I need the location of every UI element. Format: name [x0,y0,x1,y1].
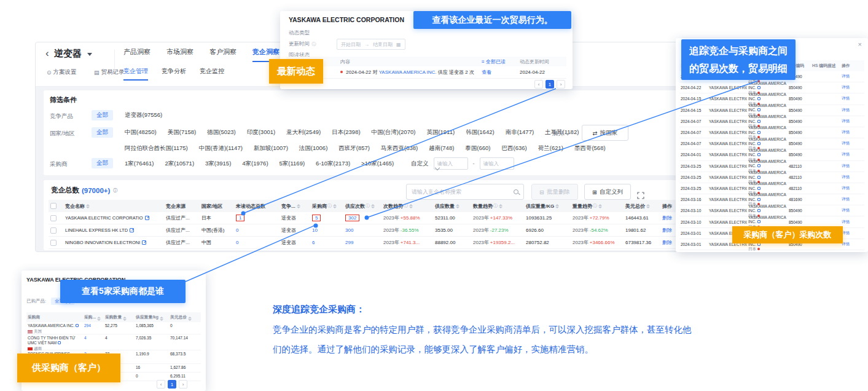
company-link[interactable]: YASKAWA AMERICA INC. [379,69,437,75]
buyer-max-input[interactable] [480,157,514,170]
sort-icon[interactable] [160,317,163,321]
company-link-icon[interactable] [130,228,134,232]
company-link-icon[interactable] [757,97,760,100]
prev-page-button[interactable]: ‹ [534,80,543,89]
select-all-checkbox[interactable] [50,203,57,209]
plan-settings-button[interactable]: ⊙方案设置 [47,68,77,76]
sort-icon[interactable] [499,204,502,208]
info-icon[interactable]: ⓘ [366,203,370,209]
detail-link[interactable]: 详情 [842,130,850,134]
detail-link[interactable]: 详情 [842,208,850,212]
sort-icon[interactable] [409,204,413,208]
nav-tab[interactable]: 客户洞察 [209,47,237,62]
filter-option[interactable]: 巴西(636) [502,144,527,152]
filter-option[interactable]: 2家(10571) [165,160,195,168]
delete-row-button[interactable]: 删除 [662,227,672,234]
filter-option[interactable]: 阿拉伯联合酋长国(1175) [125,144,188,152]
sort-icon[interactable] [555,204,559,208]
company-link-icon[interactable] [757,187,760,190]
detail-link[interactable]: 详情 [842,175,850,179]
filter-option[interactable]: 6-10家(2173) [316,160,350,168]
sort-icon[interactable] [456,204,459,208]
filter-option[interactable]: 5家(1169) [280,160,305,168]
by-country-button[interactable]: ⇄按国家 [582,125,628,141]
row-checkbox[interactable] [50,240,57,246]
detail-link[interactable]: 详情 [842,96,850,100]
detail-link[interactable]: 详情 [842,164,850,168]
detail-link[interactable]: 详情 [842,219,850,224]
filter-option[interactable]: 荷兰(621) [538,144,563,152]
detail-link[interactable]: 详情 [842,141,850,145]
info-icon[interactable]: ⓘ [404,203,408,209]
filter-option[interactable]: 英国(1911) [426,128,455,136]
filter-option[interactable]: 意大利(2549) [286,128,321,136]
page-number[interactable]: 1 [168,380,176,389]
metric-link[interactable]: 300 [345,227,353,233]
chevron-down-icon[interactable] [87,53,92,56]
detail-link[interactable]: 详情 [842,108,850,112]
filter-option[interactable]: 1家(76461) [125,160,154,168]
company-link-icon[interactable] [757,142,760,145]
filter-option[interactable]: 南非(1477) [506,128,534,136]
filter-option[interactable]: 逆变器(97556) [125,111,162,119]
sort-icon[interactable] [646,204,650,208]
filter-option[interactable]: 中国(48250) [125,128,157,136]
filter-option[interactable]: 泰国(660) [465,144,490,152]
nav-tab[interactable]: 产品洞察 [123,47,151,62]
search-icon[interactable] [514,189,518,194]
delete-row-button[interactable]: 删除 [662,215,672,221]
trade-records-button[interactable]: ▤贸易记录 [94,68,125,76]
company-link-icon[interactable] [757,209,760,212]
filter-option[interactable]: 3家(3915) [205,160,231,168]
filter-option[interactable]: 德国(5023) [207,128,235,136]
info-icon[interactable]: ⓘ [493,203,498,209]
company-link-icon[interactable] [757,220,760,223]
metric-link[interactable]: 0 [236,227,238,233]
filter-option[interactable]: 4家(1976) [242,160,268,168]
sort-icon[interactable] [123,317,127,321]
filter-product-all[interactable]: 全部 [92,110,113,120]
next-page-button[interactable]: › [179,380,187,389]
sub-tab[interactable]: 竞企监控 [200,67,224,81]
sort-icon[interactable] [371,204,375,208]
company-link-icon[interactable] [58,341,61,344]
company-link-icon[interactable] [757,176,760,179]
metric-link[interactable]: 10 [312,227,318,233]
metric-link[interactable]: 0 [236,240,238,245]
expand-toggle[interactable]: 展开 [552,130,569,138]
metric-link[interactable]: 6 [312,240,315,245]
detail-link[interactable]: 详情 [842,85,850,89]
company-link-icon[interactable] [757,131,760,134]
row-checkbox[interactable] [50,215,57,221]
company-link-icon[interactable] [142,240,146,245]
info-icon[interactable]: ⓘ [327,203,332,209]
detail-link[interactable]: 详情 [842,197,850,201]
company-link-icon[interactable] [757,198,760,201]
detail-link[interactable]: 详情 [842,74,850,78]
filter-option[interactable]: 日本(2398) [332,128,360,136]
search-input[interactable] [412,189,514,195]
company-link-icon[interactable] [76,324,79,327]
delete-row-button[interactable]: 删除 [662,239,672,246]
filter-option[interactable]: 中国(台湾)(2070) [372,128,416,136]
next-page-button[interactable]: › [557,80,565,89]
detail-link[interactable]: 详情 [842,186,850,190]
metric-link[interactable]: 302 [345,215,359,221]
filter-option[interactable]: 印度(3001) [247,128,275,136]
metric-link[interactable]: 299 [345,240,353,245]
info-icon[interactable]: ⓘ [113,188,117,194]
sort-icon[interactable] [97,317,101,321]
filter-option[interactable]: 韩国(1642) [466,128,494,136]
page-number[interactable]: 1 [545,80,554,89]
back-icon[interactable]: ‹ [45,47,49,60]
filter-option[interactable]: 马来西亚(838) [381,144,418,152]
date-range-picker[interactable]: 开始日期 → 结束日期 ▦ [337,39,405,50]
detail-link[interactable]: 详情 [842,119,850,123]
custom-columns-button[interactable]: ⊞自定义列 [584,184,631,200]
metric-link[interactable]: 1 [236,215,244,221]
metric-link[interactable]: 5 [312,215,321,221]
batch-delete-button[interactable]: ⊟批量删除 [531,184,578,200]
sort-icon[interactable] [297,204,300,208]
filter-option[interactable]: 新加坡(1007) [254,144,288,152]
filter-option[interactable]: 西班牙(857) [338,144,370,152]
